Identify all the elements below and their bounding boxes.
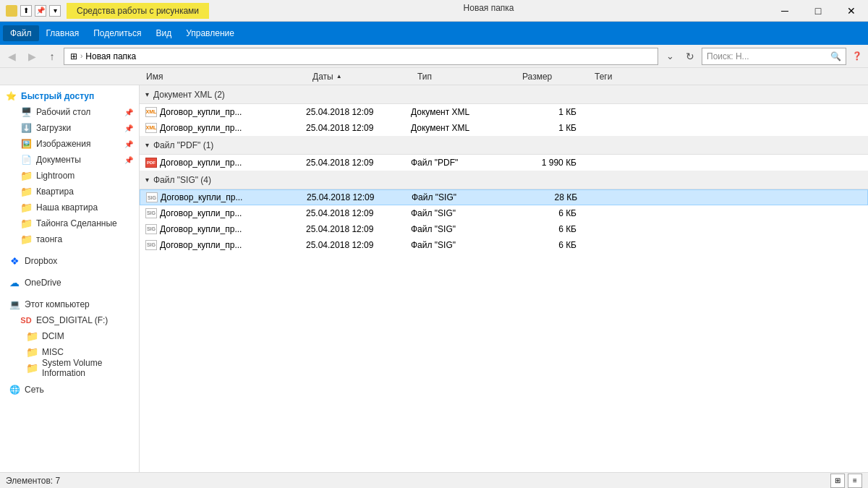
sidebar-item-nasha-kvartira[interactable]: 📁 Наша квартира bbox=[0, 200, 139, 215]
collapse-button[interactable]: ⌄ bbox=[661, 48, 678, 65]
table-row[interactable]: XML Договор_купли_пр... 25.04.2018 12:09… bbox=[140, 120, 868, 136]
file-name-cell: SIG Договор_купли_пр... bbox=[145, 240, 306, 250]
sidebar-item-onedrive[interactable]: ☁ OneDrive bbox=[0, 275, 139, 291]
window-title: Новая папка bbox=[209, 3, 768, 19]
sidebar-item-documents[interactable]: 📄 Документы 📌 bbox=[0, 152, 139, 168]
address-bar[interactable]: ⊞ › Новая папка bbox=[64, 48, 658, 65]
pin-icon-images: 📌 bbox=[124, 140, 133, 148]
pin-btn[interactable]: 📌 bbox=[35, 5, 46, 17]
table-row[interactable]: SIG Договор_купли_пр... 25.04.2018 12:09… bbox=[140, 237, 868, 253]
file-size-cell: 1 КБ bbox=[516, 123, 588, 133]
file-size-cell: 6 КБ bbox=[516, 224, 588, 234]
file-date-cell: 25.04.2018 12:09 bbox=[306, 240, 411, 250]
file-type-cell: Документ XML bbox=[411, 123, 516, 133]
address-chevron1: › bbox=[80, 52, 82, 60]
back-button[interactable]: ◀ bbox=[3, 48, 20, 65]
sidebar-item-lightroom[interactable]: 📁 Lightroom bbox=[0, 168, 139, 184]
sidebar-item-downloads[interactable]: ⬇️ Загрузки 📌 bbox=[0, 120, 139, 136]
group-chevron: ▾ bbox=[145, 90, 149, 98]
ribbon-tabs: Средства работы с рисунками Новая папка bbox=[67, 3, 768, 19]
file-size-cell: 6 КБ bbox=[516, 208, 588, 218]
table-row[interactable]: XML Договор_купли_пр... 25.04.2018 12:09… bbox=[140, 104, 868, 120]
file-name-cell: SIG Договор_купли_пр... bbox=[145, 224, 306, 234]
col-size[interactable]: Размер bbox=[518, 72, 590, 82]
quick-access-btn[interactable]: ⬆ bbox=[20, 5, 32, 17]
star-icon: ⭐ bbox=[6, 91, 17, 101]
sidebar-item-kvartira[interactable]: 📁 Квартира bbox=[0, 184, 139, 200]
file-size-cell: 1 КБ bbox=[516, 107, 588, 117]
up-button[interactable]: ↑ bbox=[43, 48, 61, 65]
forward-button[interactable]: ▶ bbox=[23, 48, 41, 65]
pin-icon-desktop: 📌 bbox=[124, 108, 133, 116]
tab-tools[interactable]: Средства работы с рисунками bbox=[67, 3, 209, 19]
search-icon[interactable]: 🔍 bbox=[830, 51, 841, 61]
col-date[interactable]: Даты ▲ bbox=[308, 72, 413, 82]
file-type-cell: Файл "SIG" bbox=[412, 192, 516, 202]
documents-icon: 📄 bbox=[20, 154, 32, 166]
sidebar-item-images[interactable]: 🖼️ Изображения 📌 bbox=[0, 136, 139, 152]
sidebar-item-desktop[interactable]: 🖥️ Рабочий стол 📌 bbox=[0, 104, 139, 120]
group-header-0[interactable]: ▾Документ XML (2) bbox=[140, 85, 868, 104]
menu-file[interactable]: Файл bbox=[3, 25, 39, 41]
computer-icon: 💻 bbox=[9, 299, 20, 310]
col-type[interactable]: Тип bbox=[413, 72, 518, 82]
file-type-cell: Файл "SIG" bbox=[411, 224, 516, 234]
app-icon bbox=[6, 5, 17, 17]
dropdown-btn[interactable]: ▾ bbox=[49, 5, 61, 17]
toolbar: ◀ ▶ ↑ ⊞ › Новая папка ⌄ ↻ Поиск: Н... 🔍 … bbox=[0, 45, 868, 68]
address-folder: Новая папка bbox=[85, 51, 136, 61]
sidebar-item-taonga[interactable]: 📁 таонга bbox=[0, 231, 139, 247]
file-type-cell: Файл "SIG" bbox=[411, 240, 516, 250]
sidebar-item-sysvolinfo[interactable]: 📁 System Volume Information bbox=[0, 360, 139, 376]
minimize-button[interactable]: ─ bbox=[768, 0, 801, 22]
file-date-cell: 25.04.2018 12:09 bbox=[306, 107, 411, 117]
menu-share[interactable]: Поделиться bbox=[86, 25, 148, 41]
title-bar: ⬆ 📌 ▾ Средства работы с рисунками Новая … bbox=[0, 0, 868, 22]
sidebar-quick-access[interactable]: ⭐ Быстрый доступ bbox=[0, 88, 139, 104]
folder-icon-kvartira: 📁 bbox=[20, 186, 32, 197]
onedrive-icon: ☁ bbox=[9, 277, 20, 288]
table-row[interactable]: SIG Договор_купли_пр... 25.04.2018 12:09… bbox=[140, 189, 868, 205]
status-count: Элементов: 7 bbox=[6, 476, 60, 486]
file-name-cell: PDF Договор_купли_пр... bbox=[145, 158, 306, 168]
menu-home[interactable]: Главная bbox=[39, 25, 87, 41]
pin-icon-documents: 📌 bbox=[124, 156, 133, 164]
table-row[interactable]: SIG Договор_купли_пр... 25.04.2018 12:09… bbox=[140, 205, 868, 221]
folder-icon-taonga: 📁 bbox=[20, 234, 32, 245]
group-chevron: ▾ bbox=[145, 141, 149, 149]
refresh-button[interactable]: ↻ bbox=[681, 48, 699, 65]
sidebar-item-dropbox[interactable]: ❖ Dropbox bbox=[0, 253, 139, 269]
file-type-cell: Документ XML bbox=[411, 107, 516, 117]
downloads-icon: ⬇️ bbox=[20, 122, 32, 134]
col-name[interactable]: Имя bbox=[142, 72, 308, 82]
folder-icon-misc: 📁 bbox=[26, 346, 38, 358]
pin-icon-downloads: 📌 bbox=[124, 124, 133, 132]
menu-view[interactable]: Вид bbox=[148, 25, 179, 41]
list-view-button[interactable]: ≡ bbox=[848, 474, 862, 488]
sidebar-item-drive[interactable]: SD EOS_DIGITAL (F:) bbox=[0, 312, 139, 328]
table-row[interactable]: PDF Договор_купли_пр... 25.04.2018 12:09… bbox=[140, 155, 868, 171]
folder-icon-lightroom: 📁 bbox=[20, 170, 32, 181]
sidebar-item-network[interactable]: 🌐 Сеть bbox=[0, 382, 139, 398]
close-button[interactable]: ✕ bbox=[835, 0, 868, 22]
file-date-cell: 25.04.2018 12:09 bbox=[306, 224, 411, 234]
group-header-1[interactable]: ▾Файл "PDF" (1) bbox=[140, 136, 868, 155]
folder-icon-sysvolinfo: 📁 bbox=[26, 362, 38, 374]
sort-arrow: ▲ bbox=[336, 73, 342, 80]
sidebar-item-dcim[interactable]: 📁 DCIM bbox=[0, 328, 139, 344]
col-tags[interactable]: Теги bbox=[590, 72, 663, 82]
search-bar[interactable]: Поиск: Н... 🔍 bbox=[702, 48, 846, 65]
maximize-button[interactable]: □ bbox=[801, 0, 835, 22]
sidebar-item-computer[interactable]: 💻 Этот компьютер bbox=[0, 296, 139, 312]
menu-manage[interactable]: Управление bbox=[179, 25, 242, 41]
group-header-2[interactable]: ▾Файл "SIG" (4) bbox=[140, 171, 868, 189]
table-row[interactable]: SIG Договор_купли_пр... 25.04.2018 12:09… bbox=[140, 221, 868, 237]
file-list: ▾Документ XML (2) XML Договор_купли_пр..… bbox=[140, 85, 868, 472]
grid-view-button[interactable]: ⊞ bbox=[830, 474, 845, 488]
file-date-cell: 25.04.2018 12:09 bbox=[306, 208, 411, 218]
address-root-icon: ⊞ bbox=[70, 51, 77, 61]
sidebar-item-tayonga[interactable]: 📁 Тайонга Сделанные bbox=[0, 215, 139, 231]
dropbox-icon: ❖ bbox=[9, 255, 20, 267]
folder-icon-nasha: 📁 bbox=[20, 202, 32, 213]
help-icon[interactable]: ❓ bbox=[849, 51, 865, 61]
